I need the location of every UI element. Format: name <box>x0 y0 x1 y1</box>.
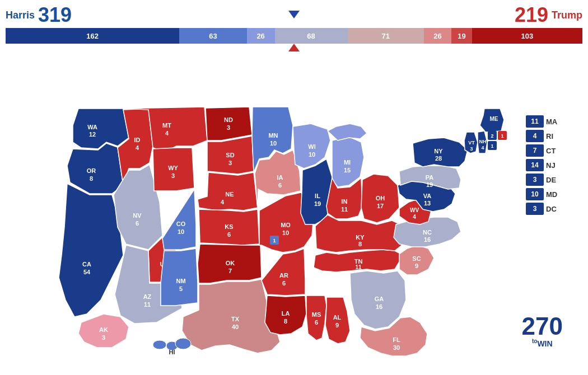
state-box-nj: 14 NJ <box>526 159 563 171</box>
state-mn-label: MN <box>268 132 278 139</box>
state-ks-label: KS <box>225 223 233 230</box>
state-hi-1 <box>153 340 166 349</box>
state-ca-ev: 54 <box>83 269 91 275</box>
state-ak-label: AK <box>99 326 108 333</box>
state-la-ev: 8 <box>284 318 287 325</box>
bar-segment: 26 <box>424 28 452 44</box>
state-me-label: ME <box>490 116 498 122</box>
state-nv-ev: 6 <box>136 220 139 227</box>
me-at-large-text: 2 <box>491 133 493 139</box>
state-mi-label: MI <box>344 159 351 166</box>
state-or-ev: 8 <box>90 175 93 182</box>
de-abbr: DE <box>546 176 563 184</box>
map-container: WA 12 OR 8 CA 54 ID 4 MT 4 NV 6 UT 6 AZ … <box>25 59 563 370</box>
ne-cd2-text: 1 <box>273 238 276 243</box>
bar-segment: 103 <box>472 28 582 44</box>
state-wy-ev: 3 <box>171 172 175 179</box>
state-sd-label: SD <box>226 152 234 158</box>
state-in-ev: 11 <box>341 206 348 213</box>
state-box-ri: 4 RI <box>526 130 563 142</box>
logo-270towin: 270 toWIN <box>522 314 563 348</box>
state-ms <box>306 296 326 340</box>
state-tx-label: TX <box>231 316 240 322</box>
ma-abbr: MA <box>546 118 563 126</box>
state-box-dc: 3 DC <box>526 203 563 215</box>
state-oh-ev: 17 <box>377 203 384 209</box>
ri-abbr: RI <box>546 132 563 140</box>
state-sc-label: SC <box>412 255 421 262</box>
state-vt-ev: 3 <box>470 146 473 152</box>
state-tx-ev: 40 <box>232 324 239 330</box>
state-il-label: IL <box>315 193 320 199</box>
state-al-label: AL <box>333 314 342 321</box>
state-nm <box>161 249 198 306</box>
right-states-panel: 11 MA 4 RI 7 CT 14 NJ 3 DE <box>526 115 563 215</box>
bar-segment: 19 <box>451 28 472 44</box>
state-ks-ev: 6 <box>227 231 231 238</box>
ct-ev-box: 7 <box>526 144 544 157</box>
state-vt-label: VT <box>468 140 475 146</box>
progress-bar: 162632668712619103 <box>6 28 582 44</box>
state-ky-ev: 8 <box>358 241 362 247</box>
state-hi-label: HI <box>169 349 175 355</box>
me-cd1-text: 1 <box>501 133 503 139</box>
state-box-de: 3 DE <box>526 174 563 186</box>
state-ia-label: IA <box>277 174 283 181</box>
mo-ar-label: 2 <box>309 249 312 255</box>
state-oh-label: OH <box>376 195 385 201</box>
header: Harris 319 219 Trump <box>0 0 588 28</box>
logo-to-small: to <box>532 338 537 344</box>
me-cd2-text: 1 <box>491 143 493 149</box>
state-va-label: VA <box>423 193 432 199</box>
nj-abbr: NJ <box>546 161 563 170</box>
state-nc-label: NC <box>423 229 432 236</box>
state-ca-label: CA <box>82 261 91 268</box>
state-ok-label: OK <box>226 260 235 266</box>
state-wi-ev: 10 <box>309 151 315 158</box>
bar-segment: 162 <box>6 28 179 44</box>
state-pa-label: PA <box>426 174 434 181</box>
harris-ev: 319 <box>38 3 72 27</box>
state-nh-ev: 4 <box>481 145 484 151</box>
header-center <box>288 11 300 20</box>
state-fl-label: FL <box>393 336 400 343</box>
state-nc-ev: 16 <box>424 236 431 243</box>
state-az-label: AZ <box>143 293 152 300</box>
state-ms-label: MS <box>312 311 321 318</box>
state-ny-ev: 28 <box>435 155 442 162</box>
state-ms-ev: 6 <box>315 319 318 326</box>
bar-arrow-area <box>6 44 582 54</box>
state-ky-label: KY <box>356 234 365 241</box>
state-az-ev: 11 <box>144 301 151 308</box>
state-va-ev: 13 <box>424 200 431 207</box>
state-wa-ev: 12 <box>89 131 96 138</box>
state-nh-label: NH <box>479 139 487 144</box>
state-in-label: IN <box>342 198 348 205</box>
up-arrow-icon <box>288 44 300 51</box>
de-ev: 3 <box>533 176 537 184</box>
state-al-ev: 9 <box>335 322 339 329</box>
state-wa <box>73 109 129 149</box>
state-ny-label: NY <box>434 148 443 154</box>
logo-number: 270 <box>522 314 563 339</box>
nj-ev: 14 <box>531 161 538 169</box>
us-map-svg: WA 12 OR 8 CA 54 ID 4 MT 4 NV 6 UT 6 AZ … <box>25 59 507 356</box>
state-ar-label: AR <box>279 272 288 279</box>
state-box-md: 10 MD <box>526 188 563 200</box>
state-mo-ev: 10 <box>282 229 289 236</box>
state-wi-label: WI <box>308 143 315 150</box>
state-nd <box>206 107 252 140</box>
state-tn-ev: 11 <box>355 264 362 270</box>
state-nm-ev: 5 <box>179 285 183 292</box>
state-il-ev: 19 <box>314 200 321 207</box>
state-nd-ev: 3 <box>227 124 230 131</box>
state-ga-label: GA <box>375 296 384 302</box>
state-co-label: CO <box>176 221 186 227</box>
state-ne-ev: 4 <box>221 199 225 205</box>
de-ev-box: 3 <box>526 174 544 186</box>
state-ca <box>59 184 123 317</box>
bar-segment: 63 <box>179 28 247 44</box>
state-box-ct: 7 CT <box>526 144 563 157</box>
state-nd-label: ND <box>224 116 233 123</box>
dc-abbr: DC <box>546 205 563 213</box>
